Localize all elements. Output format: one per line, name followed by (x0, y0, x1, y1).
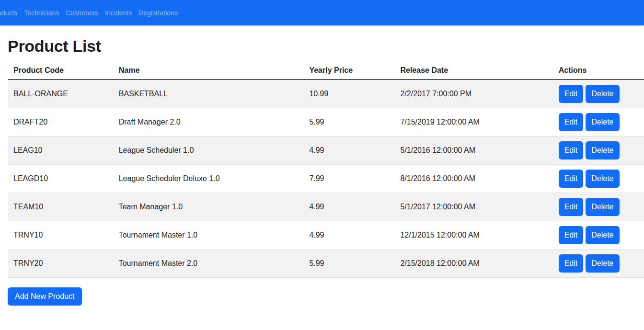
cell-yearly-price: 4.99 (303, 221, 394, 250)
add-new-product-button[interactable]: Add New Product (8, 287, 82, 306)
nav-menu: ProductsTechniciansCustomersIncidentsReg… (8, 5, 181, 21)
navbar: ProductsTechniciansCustomersIncidentsReg… (0, 0, 644, 25)
nav-list-item: Customers (62, 5, 102, 21)
delete-button[interactable]: Delete (586, 226, 619, 244)
edit-button[interactable]: Edit (559, 85, 584, 103)
column-header-release-date: Release Date (394, 63, 552, 80)
cell-actions: EditDelete (553, 165, 644, 193)
product-table-body: BALL-ORANGEBASKETBALL10.992/2/2017 7:00:… (8, 80, 644, 278)
cell-product-code: TEAM10 (8, 193, 113, 221)
table-row: BALL-ORANGEBASKETBALL10.992/2/2017 7:00:… (8, 80, 644, 108)
delete-button[interactable]: Delete (586, 113, 619, 131)
delete-button[interactable]: Delete (586, 141, 619, 159)
delete-button[interactable]: Delete (586, 170, 619, 188)
column-header-name: Name (113, 63, 304, 80)
cell-name: Tournament Master 1.0 (113, 221, 304, 250)
table-row: TRNY10Tournament Master 1.04.9912/1/2015… (8, 221, 644, 250)
column-header-yearly-price: Yearly Price (303, 63, 394, 80)
cell-actions: EditDelete (553, 221, 644, 250)
nav-list-item: Incidents (102, 5, 135, 21)
edit-button[interactable]: Edit (559, 226, 584, 244)
table-row: LEAGD10League Scheduler Deluxe 1.07.998/… (8, 165, 644, 193)
cell-name: BASKETBALL (113, 80, 304, 108)
cell-yearly-price: 10.99 (303, 80, 394, 108)
product-table-header: Product CodeNameYearly PriceRelease Date… (8, 63, 644, 80)
cell-product-code: LEAG10 (8, 137, 113, 165)
column-header-product-code: Product Code (8, 63, 113, 80)
cell-release-date: 5/1/2017 12:00:00 AM (394, 193, 552, 221)
cell-product-code: TRNY20 (8, 250, 113, 278)
cell-release-date: 2/15/2018 12:00:00 AM (394, 250, 552, 278)
edit-button[interactable]: Edit (559, 198, 584, 216)
edit-button[interactable]: Edit (559, 254, 584, 273)
table-row: LEAG10League Scheduler 1.04.995/1/2016 1… (8, 137, 644, 165)
cell-product-code: LEAGD10 (8, 165, 113, 193)
delete-button[interactable]: Delete (586, 198, 619, 216)
cell-name: League Scheduler Deluxe 1.0 (113, 165, 304, 193)
cell-product-code: BALL-ORANGE (8, 80, 113, 108)
cell-release-date: 7/15/2019 12:00:00 AM (394, 108, 552, 137)
cell-yearly-price: 4.99 (303, 137, 394, 165)
cell-name: Tournament Master 2.0 (113, 250, 304, 278)
cell-product-code: TRNY10 (8, 221, 113, 250)
table-row: TEAM10Team Manager 1.04.995/1/2017 12:00… (8, 193, 644, 221)
cell-release-date: 5/1/2016 12:00:00 AM (394, 137, 552, 165)
cell-release-date: 2/2/2017 7:00:00 PM (394, 80, 552, 108)
cell-actions: EditDelete (553, 137, 644, 165)
header-row: Product CodeNameYearly PriceRelease Date… (8, 63, 644, 80)
cell-name: Draft Manager 2.0 (113, 108, 304, 137)
nav-list-item: Products (8, 5, 21, 21)
cell-actions: EditDelete (553, 250, 644, 278)
delete-button[interactable]: Delete (586, 254, 619, 273)
cell-yearly-price: 5.99 (303, 250, 394, 278)
delete-button[interactable]: Delete (586, 85, 619, 103)
main-content: Product List Product CodeNameYearly Pric… (0, 37, 644, 306)
cell-actions: EditDelete (553, 193, 644, 221)
nav-item-customers[interactable]: Customers (62, 5, 102, 21)
nav-list-item: Technicians (21, 5, 62, 21)
cell-name: Team Manager 1.0 (113, 193, 304, 221)
edit-button[interactable]: Edit (559, 170, 584, 188)
table-row: TRNY20Tournament Master 2.05.992/15/2018… (8, 250, 644, 278)
cell-yearly-price: 5.99 (303, 108, 394, 137)
nav-item-products[interactable]: Products (0, 5, 21, 21)
column-header-actions: Actions (553, 63, 644, 80)
table-row: DRAFT20Draft Manager 2.05.997/15/2019 12… (8, 108, 644, 137)
cell-release-date: 12/1/2015 12:00:00 AM (394, 221, 552, 250)
edit-button[interactable]: Edit (559, 113, 584, 131)
cell-name: League Scheduler 1.0 (113, 137, 304, 165)
cell-yearly-price: 7.99 (303, 165, 394, 193)
edit-button[interactable]: Edit (559, 141, 584, 159)
cell-product-code: DRAFT20 (8, 108, 113, 137)
cell-actions: EditDelete (553, 108, 644, 137)
cell-actions: EditDelete (553, 80, 644, 108)
page-title: Product List (8, 37, 636, 56)
cell-release-date: 8/1/2016 12:00:00 AM (394, 165, 552, 193)
nav-item-incidents[interactable]: Incidents (102, 5, 135, 21)
cell-yearly-price: 4.99 (303, 193, 394, 221)
product-table: Product CodeNameYearly PriceRelease Date… (8, 63, 644, 278)
nav-item-technicians[interactable]: Technicians (21, 5, 62, 21)
nav-item-registrations[interactable]: Registrations (135, 5, 181, 21)
nav-list-item: Registrations (135, 5, 181, 21)
